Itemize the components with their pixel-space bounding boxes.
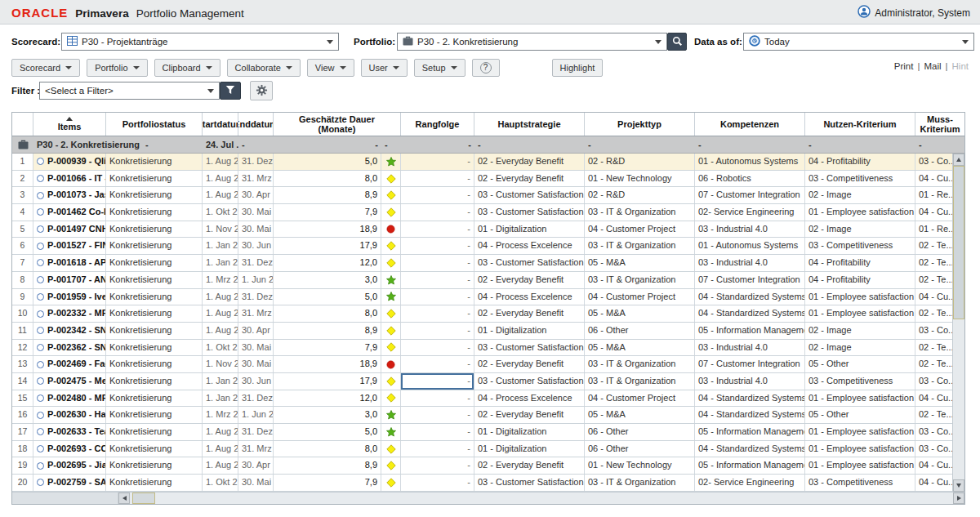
cell-geschaetzte-dauer[interactable]: 7,9 <box>274 475 381 491</box>
cell-rangfolge[interactable]: - <box>401 289 474 305</box>
cell-enddatum[interactable]: 31. Dez ... <box>238 390 274 407</box>
cell-nutzen-kriterium[interactable]: 04 - Profitability <box>805 272 915 288</box>
cell-enddatum[interactable]: 31. Mrz ... <box>238 441 274 457</box>
row-number[interactable]: 11 <box>12 323 33 339</box>
item-radio-icon[interactable] <box>37 175 44 182</box>
cell-startdatum[interactable]: 1. Jan 2... <box>203 373 238 390</box>
cell-hauptstrategie[interactable]: 04 - Process Excelence <box>474 390 585 407</box>
cell-startdatum[interactable]: 1. Mrz 2... <box>203 272 238 288</box>
cell-startdatum[interactable]: 1. Nov 2... <box>203 356 238 372</box>
row-number[interactable]: 10 <box>12 305 33 322</box>
cell-projekttyp[interactable]: 03 - IT & Organization <box>585 238 695 254</box>
item-radio-icon[interactable] <box>37 479 44 486</box>
cell-kompetenzen[interactable]: 07 - Customer Integration <box>695 187 805 203</box>
cell-portfoliostatus[interactable]: Konkretisierung <box>106 424 203 440</box>
cell-rangfolge[interactable]: - <box>401 305 474 322</box>
header-nutzen-kriterium[interactable]: Nutzen-Kriterium <box>805 113 915 136</box>
cell-item[interactable]: P-002469 - Factor… <box>33 356 106 372</box>
cell-rangfolge[interactable]: - <box>401 255 474 271</box>
row-number[interactable]: 16 <box>12 407 33 423</box>
table-row[interactable]: 18P-002693 - CCMS …Konkretisierung1. Aug… <box>12 441 964 458</box>
cell-startdatum[interactable]: 1. Jan 2... <box>203 238 238 254</box>
cell-portfoliostatus[interactable]: Konkretisierung <box>106 204 203 221</box>
item-radio-icon[interactable] <box>37 361 44 368</box>
table-row[interactable]: 5P-001497 CNH Chi…Konkretisierung1. Nov … <box>12 221 964 238</box>
cell-kompetenzen[interactable]: 02- Service Engineering <box>695 475 805 491</box>
cell-startdatum[interactable]: 1. Aug 2... <box>203 305 238 322</box>
cell-geschaetzte-dauer[interactable]: 5,0 <box>274 424 381 440</box>
scroll-left-button[interactable] <box>118 492 130 504</box>
cell-rangfolge[interactable]: - <box>401 171 474 187</box>
cell-startdatum[interactable]: 1. Okt 2... <box>203 340 238 356</box>
cell-portfoliostatus[interactable]: Konkretisierung <box>106 221 203 238</box>
cell-item[interactable]: P-002759 - SAP - I… <box>33 475 106 491</box>
cell-portfoliostatus[interactable]: Konkretisierung <box>106 356 203 372</box>
cell-enddatum[interactable]: 30. Apr ... <box>238 323 274 339</box>
cell-enddatum[interactable]: 30. Apr ... <box>238 457 274 474</box>
cell-geschaetzte-dauer[interactable]: 8,0 <box>274 171 381 187</box>
table-row[interactable]: 11P-002342 - SNH c…Konkretisierung1. Aug… <box>12 323 964 340</box>
table-row[interactable]: 17P-002633 - Team …Konkretisierung1. Aug… <box>12 424 964 441</box>
cell-nutzen-kriterium[interactable]: 03 - Competitiveness <box>805 475 915 491</box>
cell-item[interactable]: P-001707 - ANZ IV… <box>33 272 106 288</box>
cell-projekttyp[interactable]: 06 - Other <box>585 424 695 440</box>
cell-startdatum[interactable]: 1. Aug 2... <box>203 187 238 203</box>
cell-enddatum[interactable]: 30. Mai ... <box>238 221 274 238</box>
cell-portfoliostatus[interactable]: Konkretisierung <box>106 305 203 322</box>
cell-nutzen-kriterium[interactable]: 01 - Employee satisfaction <box>805 441 915 457</box>
cell-projekttyp[interactable]: 04 - Customer Project <box>585 390 695 407</box>
cell-rangfolge[interactable]: - <box>401 187 474 203</box>
cell-startdatum[interactable]: 1. Aug 2... <box>203 171 238 187</box>
cell-enddatum[interactable]: 30. Mai ... <box>238 204 274 221</box>
cell-hauptstrategie[interactable]: 01 - Digitalization <box>474 323 585 339</box>
cell-hauptstrategie[interactable]: 04 - Process Excelence <box>474 238 585 254</box>
cell-hauptstrategie[interactable]: 03 - Customer Satisfaction <box>474 340 585 356</box>
cell-portfoliostatus[interactable]: Konkretisierung <box>106 289 203 305</box>
data-as-of-select[interactable]: Today <box>743 33 974 51</box>
cell-enddatum[interactable]: 31. Dez ... <box>238 289 274 305</box>
cell-portfoliostatus[interactable]: Konkretisierung <box>106 323 203 339</box>
menu-setup[interactable]: Setup <box>414 59 466 77</box>
vertical-scrollbar[interactable] <box>952 154 964 492</box>
cell-geschaetzte-dauer[interactable]: 8,9 <box>274 323 381 339</box>
row-number[interactable]: 3 <box>12 187 33 203</box>
cell-geschaetzte-dauer[interactable]: 8,9 <box>274 187 381 203</box>
cell-kompetenzen[interactable]: 01 - Autonomus Systems <box>695 154 805 170</box>
cell-item[interactable]: P-002695 - Jiading… <box>33 457 106 474</box>
cell-item[interactable]: P-001073 - Jasper… <box>33 187 106 203</box>
cell-rangfolge[interactable]: - <box>401 475 474 491</box>
cell-enddatum[interactable]: 31. Dez ... <box>238 424 274 440</box>
cell-kompetenzen[interactable]: 03 - Industrial 4.0 <box>695 373 805 390</box>
cell-enddatum[interactable]: 30. Jun ... <box>238 238 274 254</box>
row-number[interactable]: 5 <box>12 221 33 238</box>
cell-nutzen-kriterium[interactable]: 01 - Employee satisfaction <box>805 390 915 407</box>
table-row[interactable]: 20P-002759 - SAP - I…Konkretisierung1. O… <box>12 475 964 492</box>
row-number[interactable]: 6 <box>12 238 33 254</box>
cell-geschaetzte-dauer[interactable]: 5,0 <box>274 289 381 305</box>
cell-rangfolge-selected[interactable]: - <box>401 373 474 390</box>
cell-rangfolge[interactable]: - <box>401 457 474 474</box>
table-row[interactable]: 13P-002469 - Factor…Konkretisierung1. No… <box>12 356 964 373</box>
cell-hauptstrategie[interactable]: 03 - Customer Satisfaction <box>474 204 585 221</box>
cell-kompetenzen[interactable]: 05 - Information Management <box>695 323 805 339</box>
menu-view[interactable]: View <box>307 59 354 77</box>
item-radio-icon[interactable] <box>37 192 44 199</box>
header-geschaetzte-dauer[interactable]: Geschätzte Dauer (Monate) <box>274 113 401 136</box>
cell-nutzen-kriterium[interactable]: 03 - Competitiveness <box>805 238 915 254</box>
cell-item[interactable]: P-002475 - Meetin… <box>33 373 106 390</box>
item-radio-icon[interactable] <box>37 293 44 301</box>
cell-kompetenzen[interactable]: 03 - Industrial 4.0 <box>695 340 805 356</box>
cell-geschaetzte-dauer[interactable]: 18,9 <box>274 356 381 372</box>
cell-portfoliostatus[interactable]: Konkretisierung <box>106 187 203 203</box>
cell-kompetenzen[interactable]: 04 - Standardized Systems <box>695 289 805 305</box>
cell-portfoliostatus[interactable]: Konkretisierung <box>106 390 203 407</box>
cell-kompetenzen[interactable]: 02- Service Engineering <box>695 204 805 221</box>
row-number[interactable]: 20 <box>12 475 33 491</box>
cell-hauptstrategie[interactable]: 01 - Digitalization <box>474 441 585 457</box>
cell-projekttyp[interactable]: 01 - New Technology <box>585 171 695 187</box>
cell-hauptstrategie[interactable]: 03 - Customer Satisfaction <box>474 475 585 491</box>
cell-startdatum[interactable]: 1. Okt 2... <box>203 204 238 221</box>
portfolio-select[interactable]: P30 - 2. Konkretisierung <box>397 33 667 51</box>
cell-item[interactable]: P-001066 - IT - Lu… <box>33 171 106 187</box>
row-number[interactable]: 4 <box>12 204 33 221</box>
